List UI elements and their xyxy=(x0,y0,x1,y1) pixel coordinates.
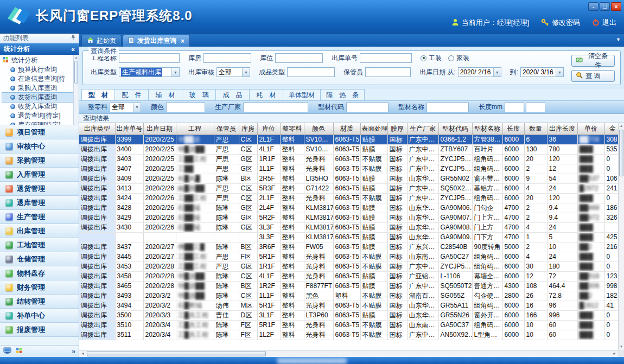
sidebar-module-item[interactable]: 补单中心 xyxy=(0,309,79,323)
material-tab[interactable]: 辅 材 xyxy=(149,89,182,100)
material-tab[interactable]: 型 材 xyxy=(81,89,115,100)
minimize-button[interactable]: - xyxy=(588,2,598,11)
table-row[interactable]: 调拨出库34242020/2/26工██工程严思C区2L1F整料光身料6063-… xyxy=(79,193,618,203)
column-header[interactable]: 出库日期 xyxy=(143,123,176,135)
sidebar-module-item[interactable]: 采购管理 xyxy=(0,154,79,168)
sidebar-module-item[interactable]: 退货管理 xyxy=(0,182,79,196)
dropdown[interactable]: 2020/ 2/16▼ xyxy=(458,67,501,77)
table-row[interactable]: 调拨出库34072020/2/25工██严思G区1L1F整料光身料6063-T5… xyxy=(79,164,618,174)
sidebar-module-item[interactable]: 审核中心 xyxy=(0,139,79,154)
sidebar-section-statistics[interactable]: 统计分析 « xyxy=(0,43,79,55)
text-input[interactable] xyxy=(119,53,180,63)
column-header[interactable]: 生产厂家 xyxy=(407,123,438,135)
sidebar-module-item[interactable]: 报废管理 xyxy=(0,323,79,337)
text-input[interactable] xyxy=(346,103,389,112)
material-tab[interactable]: 成 品 xyxy=(216,89,250,100)
tab-start-page[interactable]: 起始页 xyxy=(81,35,122,47)
column-header[interactable]: 型材名称 xyxy=(472,123,502,135)
table-row[interactable]: 调拨出库34032020/2/25工██工程严思G区1R1F整料光身料6063-… xyxy=(79,154,618,164)
material-tab[interactable]: 玻 璃 xyxy=(182,89,216,100)
logout-button[interactable]: 退出 xyxy=(592,18,616,28)
tree-item[interactable]: 收货入库查询 xyxy=(2,102,79,111)
material-tab[interactable]: 隔 热 条 xyxy=(321,89,365,100)
column-header[interactable]: 出库单号 xyxy=(115,123,143,135)
column-header[interactable]: 颜色 xyxy=(304,123,333,135)
grid-vertical-scrollbar[interactable]: ▲ ▼ xyxy=(618,123,624,350)
text-input[interactable] xyxy=(275,53,323,63)
column-header[interactable]: 整零料 xyxy=(280,123,304,135)
maximize-button[interactable]: □ xyxy=(600,2,610,11)
tree-item[interactable]: 发货出库查询 xyxy=(2,93,79,102)
table-row[interactable]: 调拨出库35102020/3/4工█共工程陈琳F区5R1F整料光身料6063-T… xyxy=(79,320,618,330)
table-row[interactable]: 调拨出库34302020/2/26石██城陈琳G区3L3F整料KLM381760… xyxy=(79,222,618,232)
sidebar-module-item[interactable]: 仓储管理 xyxy=(0,252,79,266)
vertical-scroll-thumb[interactable] xyxy=(619,130,623,176)
sidebar-module-item[interactable]: 退库管理 xyxy=(0,196,79,210)
table-row[interactable]: 调拨出库34282020/2/26石██城陈琳G区2L4F整料KLM381760… xyxy=(79,203,618,213)
sidebar-module-item[interactable]: 项目管理 xyxy=(0,125,79,139)
column-header[interactable]: 保管员 xyxy=(214,123,239,135)
table-row[interactable]: 调拨出库34582020/2/28华█源██陈琳C区4L1F整料光身料6063-… xyxy=(79,271,618,281)
dropdown[interactable]: 生产领料出库▼ xyxy=(119,67,180,77)
column-header[interactable]: 数量 xyxy=(524,123,547,135)
dropdown[interactable]: 全部▼ xyxy=(217,67,250,77)
horizontal-scroll-thumb[interactable] xyxy=(87,351,266,356)
tab-close-icon[interactable]: × xyxy=(181,37,184,45)
monitor-icon[interactable] xyxy=(3,347,11,356)
scroll-down-icon[interactable]: ▼ xyxy=(619,344,624,350)
text-input[interactable] xyxy=(166,103,205,112)
column-header[interactable]: 出库长度 xyxy=(547,123,577,135)
dropdown[interactable]: 2020/ 3/16▼ xyxy=(520,67,564,77)
scroll-left-icon[interactable]: ◄ xyxy=(79,350,86,357)
column-header[interactable]: 长度 xyxy=(502,123,524,135)
sidebar-module-item[interactable]: 出库管理 xyxy=(0,224,79,238)
tree-item[interactable]: 库存管理[待定] xyxy=(2,120,79,125)
table-row[interactable]: 调拨出库34652020/2/28华█源██陈琳B区1R2F整料F8877FT6… xyxy=(79,281,618,291)
table-row[interactable]: 调拨出库35002020/3/3工█共工程曹佳D区3L1F整料LT3P60606… xyxy=(79,310,618,320)
material-tab[interactable]: 单体型材 xyxy=(283,89,321,100)
radio-jiazhuang[interactable]: 家装 xyxy=(448,54,469,63)
tree-root-statistics[interactable]: 统计分析 xyxy=(2,56,79,65)
text-input[interactable] xyxy=(365,67,411,77)
tree-scroll-thumb[interactable] xyxy=(74,61,78,84)
expand-icon[interactable]: » xyxy=(72,348,75,355)
table-row[interactable]: 调拨出库34452020/2/27工██工程严思F区5R1F整料光身料6063-… xyxy=(79,252,618,261)
table-row[interactable]: 调拨出库34942020/3/2石█辉城汤伟M区5R1F整料光身料6063-T5… xyxy=(79,301,618,310)
table-row[interactable]: 调拨出库34532020/2/28工██工程严思G区1R1F整料光身料6063-… xyxy=(79,261,618,271)
close-button[interactable]: × xyxy=(611,2,621,11)
pin-icon[interactable] xyxy=(71,34,76,42)
table-row[interactable]: 调拨出库34292020/2/26石██城陈琳G区5R2F整料KLM381760… xyxy=(79,213,618,222)
table-row[interactable]: 调拨出库34932020/3/2华█源██陈琳C区1L1F整料黑色塑料不贴膜国标… xyxy=(79,291,618,301)
sidebar-module-item[interactable]: 工地管理 xyxy=(0,238,79,252)
clear-filters-button[interactable]: 清空条件 xyxy=(571,55,615,67)
tree-item[interactable]: 预算执行查询 xyxy=(2,65,79,74)
column-header[interactable]: 金 xyxy=(604,123,618,135)
column-header[interactable]: 膜厚 xyxy=(387,123,407,135)
radio-gongzhuang[interactable]: 工装 xyxy=(421,54,442,63)
scroll-up-icon[interactable]: ▲ xyxy=(619,123,624,129)
column-header[interactable]: 材质 xyxy=(333,123,360,135)
scroll-up-icon[interactable]: ▲ xyxy=(74,55,79,60)
sidebar-module-item[interactable]: 生产管理 xyxy=(0,210,79,224)
text-input[interactable] xyxy=(287,67,335,77)
sidebar-module-item[interactable]: 物料盘存 xyxy=(0,266,79,280)
table-row[interactable]: 调拨出库34002020/2/25华█源██严思C区4L1F整料SV10…606… xyxy=(79,144,618,154)
sidebar-module-item[interactable]: 入库管理 xyxy=(0,168,79,182)
grid-view-icon[interactable] xyxy=(16,347,22,355)
column-header[interactable]: 库房 xyxy=(239,123,257,135)
table-row[interactable]: 调拨出库34092020/2/25长█风█陈琳B区2R5F整料LI35HO606… xyxy=(79,174,618,183)
tree-item[interactable]: 退货查询[待定] xyxy=(2,111,79,120)
table-row[interactable]: 调拨出库34132020/2/26南█园██严思C区5R3F整料G7142260… xyxy=(79,183,618,193)
length-min-input[interactable] xyxy=(505,103,524,112)
table-row[interactable]: 调拨出库35112020/3/4工█共工程陈琳F区1L2F整料光身料6063-T… xyxy=(79,330,618,340)
text-input[interactable] xyxy=(426,103,469,112)
search-button[interactable]: 查 询 xyxy=(571,70,615,82)
text-input[interactable] xyxy=(203,53,251,63)
change-password-button[interactable]: 修改密码 xyxy=(541,18,580,28)
column-header[interactable]: 单价 xyxy=(577,123,604,135)
tree-item[interactable]: 在途信息查询[待 xyxy=(2,74,79,84)
table-row[interactable]: 3L3F整料KLM38176063-T5贴膜国标山东华…GA90M09…门下方4… xyxy=(79,232,618,242)
length-max-input[interactable] xyxy=(526,103,545,112)
collapse-icon[interactable]: « xyxy=(71,46,75,53)
column-header[interactable]: 表面处理 xyxy=(360,123,387,135)
